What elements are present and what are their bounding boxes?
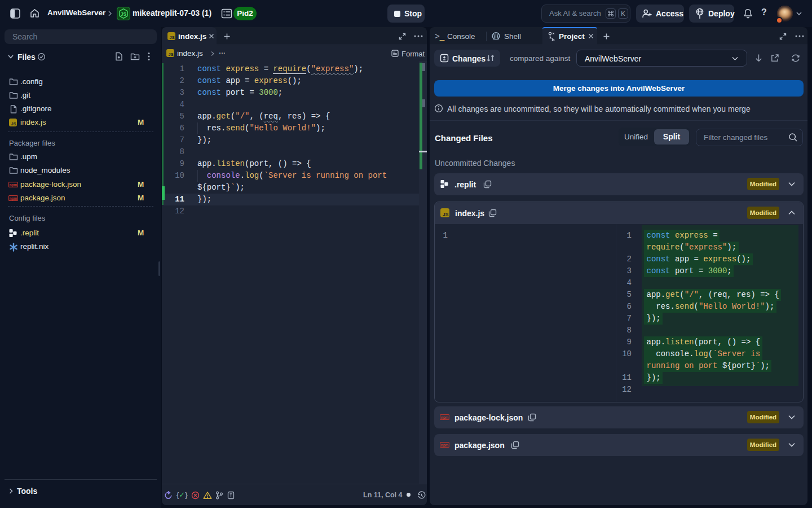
svg-text:JS: JS — [121, 11, 127, 17]
svg-text:npm: npm — [441, 415, 449, 420]
svg-text:npm: npm — [10, 196, 17, 201]
svg-text:npm: npm — [441, 443, 449, 448]
svg-text:npm: npm — [10, 183, 17, 187]
svg-text:JS: JS — [443, 212, 449, 217]
svg-text:JS: JS — [170, 35, 175, 40]
svg-text:JS: JS — [169, 52, 174, 57]
svg-text:JS: JS — [11, 121, 16, 126]
